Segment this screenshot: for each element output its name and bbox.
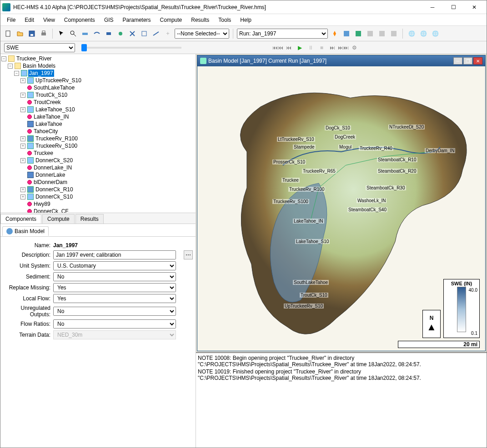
tool-g-icon[interactable] [151, 29, 161, 39]
globe-b-icon[interactable]: 🌐 [418, 29, 428, 39]
tree-item[interactable]: LakeTahoe_S10 [35, 106, 76, 113]
edit-description-button[interactable]: ⋯ [184, 250, 193, 259]
tree-item[interactable]: Hwy89 [33, 200, 51, 208]
tab-components[interactable]: Components [0, 214, 41, 224]
select-sediment[interactable]: No [53, 272, 176, 281]
zoom-icon[interactable] [68, 29, 78, 39]
tree-item[interactable]: TruckeeRv_S100 [35, 142, 78, 149]
tree-item[interactable]: DonnerLake [35, 171, 66, 179]
svg-rect-2 [30, 34, 33, 36]
select-replace[interactable]: Yes [53, 283, 176, 292]
slider-thumb[interactable] [81, 44, 87, 51]
select-local[interactable]: Yes [53, 294, 176, 303]
new-icon[interactable] [3, 29, 13, 39]
step-fwd-icon[interactable]: ⏭ [328, 44, 336, 52]
reservoir-icon [27, 172, 34, 178]
tree-root[interactable]: Truckee_River [15, 55, 53, 62]
svg-rect-15 [391, 31, 397, 36]
open-icon[interactable] [15, 29, 25, 39]
save-icon[interactable] [27, 29, 37, 39]
tree-item[interactable]: TruckeeRv_R100 [35, 135, 79, 142]
select-unreg[interactable]: No [53, 307, 176, 316]
sub-maximize-button[interactable]: ❐ [463, 57, 472, 65]
sub-minimize-button[interactable]: ─ [453, 57, 462, 65]
tool-f-icon[interactable] [139, 29, 149, 39]
subbasin-icon [27, 77, 34, 84]
close-button[interactable]: ✕ [464, 1, 485, 14]
menu-components[interactable]: Components [60, 14, 100, 25]
sub-close-button[interactable]: ✕ [473, 57, 482, 65]
pause-icon[interactable]: ⏸ [306, 44, 315, 52]
tree-item[interactable]: UpTruckeeRv_S10 [35, 77, 82, 84]
tree-item[interactable]: TahoeCity [33, 128, 59, 135]
rewind-icon[interactable]: ⏮⏮ [274, 44, 282, 52]
tree-item[interactable]: SouthLakeTahoe [33, 84, 75, 91]
tree-jan1997[interactable]: Jan_1997 [28, 70, 54, 77]
menu-tools[interactable]: Tools [214, 14, 236, 25]
menu-edit[interactable]: Edit [20, 14, 39, 25]
results-b-icon[interactable] [353, 29, 363, 39]
results-e-icon[interactable] [389, 29, 399, 39]
menu-view[interactable]: View [39, 14, 60, 25]
variable-dropdown[interactable]: SWE [4, 43, 75, 52]
results-a-icon[interactable] [341, 29, 351, 39]
tree-basinmodels[interactable]: Basin Models [22, 62, 56, 70]
selection-dropdown[interactable]: --None Selected-- [175, 29, 229, 39]
globe-a-icon[interactable]: 🌐 [407, 29, 417, 39]
menu-file[interactable]: File [2, 14, 20, 25]
tree-item[interactable]: Truckee [33, 149, 54, 157]
pointer-icon[interactable] [56, 29, 66, 39]
right-panel: Basin Model [Jan_1997] Current Run [Jan_… [196, 54, 487, 448]
proptab-basinmodel[interactable]: Basin Model [2, 226, 49, 236]
maximize-button[interactable]: ☐ [443, 1, 464, 14]
tool-a-icon[interactable] [80, 29, 90, 39]
select-flow[interactable]: No [53, 319, 176, 329]
tab-results[interactable]: Results [75, 214, 104, 224]
subbasin-icon [27, 194, 34, 200]
results-c-icon[interactable] [365, 29, 375, 39]
print-icon[interactable] [39, 29, 49, 39]
tree-item[interactable]: DonnerCk_S20 [35, 157, 74, 164]
tree-item[interactable]: DonnerCk_S10 [35, 193, 74, 200]
svg-rect-13 [367, 31, 373, 36]
tree-item[interactable]: DonnerLake_IN [33, 164, 73, 171]
menu-help[interactable]: Help [236, 14, 256, 25]
tree-item[interactable]: TroutCk_S10 [35, 91, 68, 99]
folder-icon [8, 55, 15, 62]
minimize-button[interactable]: ─ [422, 1, 443, 14]
menu-parameters[interactable]: Parameters [118, 14, 156, 25]
tree-item[interactable]: blDonnerDam [33, 179, 68, 186]
project-tree[interactable]: −Truckee_River −Basin Models −Jan_1997 +… [0, 54, 196, 213]
stop-icon[interactable]: ■ [317, 44, 326, 52]
menu-gis[interactable]: GIS [100, 14, 118, 25]
tool-c-icon[interactable] [104, 29, 114, 39]
select-unit[interactable]: U.S. Customary [53, 261, 176, 270]
step-back-icon[interactable]: ⏮ [285, 44, 293, 52]
tool-b-icon[interactable] [92, 29, 102, 39]
menu-compute[interactable]: Compute [156, 14, 187, 25]
tree-item[interactable]: LakeTahoe [35, 120, 63, 128]
fast-fwd-icon[interactable]: ⏭⏭ [339, 44, 347, 52]
globe-c-icon[interactable]: 🌐 [430, 29, 440, 39]
add-icon[interactable]: ＋ [163, 29, 173, 39]
input-description[interactable] [53, 250, 176, 259]
svg-rect-14 [379, 31, 385, 36]
tree-item[interactable]: DonnerCk_R10 [35, 186, 74, 193]
map-label: SteamboatCk_R30 [366, 185, 406, 190]
settings-icon[interactable]: ⚙ [350, 44, 358, 52]
menu-results[interactable]: Results [186, 14, 214, 25]
play-icon[interactable]: ▶ [296, 44, 304, 52]
log-panel[interactable]: NOTE 10008: Begin opening project "Truck… [196, 352, 487, 448]
tree-item[interactable]: TroutCreek [33, 99, 62, 106]
results-d-icon[interactable] [377, 29, 387, 39]
compass-n: N [430, 315, 434, 321]
tool-d-icon[interactable] [115, 29, 126, 39]
run-dropdown[interactable]: Run: Jan_1997 [237, 29, 328, 39]
time-slider[interactable] [81, 47, 181, 49]
map-view[interactable]: DogCk_S10 DogCreek NTruckeeDt_S20 LtTruc… [197, 66, 485, 351]
tool-e-icon[interactable] [127, 29, 137, 39]
tree-item[interactable]: DonnerCk_CF [33, 208, 70, 213]
tab-compute[interactable]: Compute [42, 214, 75, 224]
compute-icon[interactable] [330, 29, 340, 39]
tree-item[interactable]: LakeTahoe_IN [33, 113, 70, 120]
